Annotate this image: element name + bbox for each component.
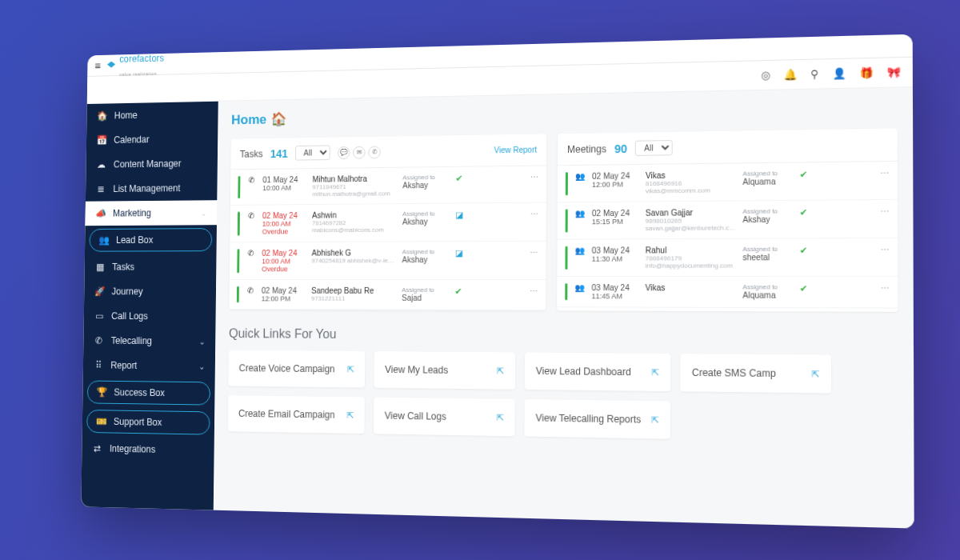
- status-bar: [238, 176, 240, 198]
- more-icon[interactable]: ⋯: [880, 168, 889, 178]
- more-icon[interactable]: ⋯: [881, 283, 890, 292]
- item-assigned: Assigned toAkshay: [402, 210, 449, 226]
- sidebar-item-list-management[interactable]: ≣ List Management: [86, 175, 218, 201]
- list-item[interactable]: 👥 02 May 2412:00 PM Vikas8168496916vikas…: [558, 162, 898, 202]
- group-icon: 👥: [574, 172, 586, 181]
- list-item[interactable]: ✆ 02 May 2410:00 AMOverdue Ashwin7814697…: [230, 203, 546, 243]
- external-icon: ⇱: [651, 414, 658, 425]
- group-icon: 👥: [574, 246, 586, 255]
- quick-link-card[interactable]: View Telecalling Reports ⇱: [524, 399, 670, 439]
- sidebar-item-call-logs[interactable]: ▭ Call Logs: [84, 304, 216, 330]
- list-item[interactable]: ✆ 02 May 2410:00 AMOverdue Abhishek G974…: [230, 242, 546, 280]
- sidebar-item-integrations[interactable]: ⇄ Integrations: [82, 436, 214, 463]
- sidebar: 🏠 Home 📅 Calendar ☁ Content Manager ≣ Li…: [81, 102, 218, 510]
- sidebar-item-success-box[interactable]: 🏆 Success Box: [87, 381, 210, 406]
- item-name: Abhishek G9740254819 abhishek@v-learning…: [311, 248, 395, 264]
- tasks-filter-select[interactable]: All: [295, 145, 330, 160]
- chevron-down-icon: ⌄: [198, 362, 205, 370]
- more-icon[interactable]: ⋯: [530, 286, 538, 295]
- more-icon[interactable]: ⋯: [530, 173, 538, 182]
- more-icon[interactable]: ⋯: [530, 210, 538, 218]
- sidebar-item-tasks[interactable]: ▦ Tasks: [85, 254, 217, 279]
- phone-icon: ✆: [246, 176, 257, 185]
- chevron-down-icon: ⌄: [201, 208, 207, 217]
- target-icon[interactable]: ◎: [761, 69, 770, 82]
- link-icon[interactable]: ⚲: [810, 68, 819, 81]
- quick-link-label: View Call Logs: [385, 410, 446, 422]
- phone-square-icon: ▭: [94, 310, 104, 321]
- app-window: ≡ corefactors value realization ◎ 🔔 ⚲ 👤 …: [81, 34, 914, 529]
- bell-icon[interactable]: 🔔: [784, 68, 798, 81]
- meetings-panel: Meetings 90 All 👥 02 May 2412:00 PM Vika…: [557, 128, 898, 311]
- sidebar-item-label: Home: [114, 110, 138, 121]
- tasks-channel-icons: 💬 ✉ ✆: [338, 146, 381, 158]
- quick-link-card[interactable]: Create Email Campaign ⇱: [228, 395, 365, 434]
- item-assigned: Assigned tosheetal: [742, 246, 793, 262]
- home-icon: 🏠: [271, 111, 287, 128]
- phone-icon: ✆: [246, 211, 256, 220]
- phone-icon[interactable]: ✆: [368, 146, 380, 158]
- sidebar-item-marketing[interactable]: 📣 Marketing ⌄: [86, 200, 218, 226]
- sidebar-item-report[interactable]: ⠿ Report ⌄: [83, 353, 215, 379]
- view-report-link[interactable]: View Report: [494, 146, 537, 155]
- sidebar-item-lead-box[interactable]: 👥 Lead Box: [89, 228, 212, 252]
- sidebar-item-label: Calendar: [114, 134, 149, 146]
- item-name: Ashwin7814697282mabicons@mabicons.com: [312, 210, 396, 234]
- calendar-icon: 📅: [97, 135, 107, 146]
- quick-link-label: View Lead Dashboard: [536, 366, 631, 378]
- list-item[interactable]: 👥 02 May 2415:15 PM Savan Gajjar98980102…: [558, 200, 898, 240]
- mail-icon[interactable]: ✉: [353, 146, 365, 158]
- list-item[interactable]: ✆ 01 May 2410:00 AM Mihtun Malhotra97118…: [230, 166, 546, 205]
- chat-icon[interactable]: 💬: [338, 146, 350, 159]
- menu-icon[interactable]: ≡: [94, 59, 101, 71]
- ticket-icon: 🎫: [96, 416, 106, 427]
- panels-row: Tasks 141 All 💬 ✉ ✆ View Report ✆ 01 May: [229, 128, 898, 311]
- present-icon[interactable]: 🎀: [887, 66, 901, 78]
- sidebar-item-label: Marketing: [113, 208, 151, 219]
- status-bar: [565, 283, 567, 300]
- item-name: Rahul7868496179info@happydocumenting.com: [646, 246, 736, 270]
- logo-mark-icon: [106, 60, 117, 71]
- list-icon: ≣: [96, 184, 106, 194]
- quick-link-card[interactable]: View Call Logs ⇱: [374, 398, 515, 437]
- megaphone-icon: 📣: [95, 208, 106, 218]
- sidebar-item-label: Integrations: [110, 443, 156, 455]
- more-icon[interactable]: ⋯: [530, 248, 538, 257]
- grid4-icon: ⠿: [94, 360, 104, 371]
- more-icon[interactable]: ⋯: [881, 206, 890, 216]
- svg-marker-0: [107, 61, 115, 67]
- external-icon: ⇱: [497, 412, 504, 422]
- item-name: Vikas: [646, 283, 736, 292]
- meetings-filter-select[interactable]: All: [635, 140, 673, 156]
- quick-link-card[interactable]: View Lead Dashboard ⇱: [525, 353, 670, 392]
- quick-link-card[interactable]: Create Voice Campaign ⇱: [228, 350, 365, 388]
- shuffle-icon: ⇄: [92, 443, 102, 454]
- status-icon: ✔: [800, 169, 814, 180]
- list-item[interactable]: 👥 03 May 2411:30 AM Rahul7868496179info@…: [557, 238, 898, 277]
- status-bar: [237, 286, 239, 302]
- chevron-down-icon: ⌄: [199, 337, 206, 346]
- sidebar-item-calendar[interactable]: 📅 Calendar: [86, 126, 218, 153]
- quick-link-label: Create Email Campaign: [238, 408, 335, 421]
- more-icon[interactable]: ⋯: [881, 245, 890, 254]
- item-assigned: Assigned toAkshay: [402, 174, 449, 190]
- sidebar-item-content-manager[interactable]: ☁ Content Manager: [86, 150, 218, 177]
- list-item[interactable]: 👥 03 May 2411:45 AM Vikas Assigned toAlq…: [557, 277, 898, 309]
- sidebar-item-home[interactable]: 🏠 Home: [86, 102, 218, 129]
- quick-link-card[interactable]: View My Leads ⇱: [374, 351, 515, 390]
- quick-link-label: View My Leads: [385, 364, 448, 376]
- meetings-panel-head: Meetings 90 All: [558, 128, 898, 166]
- sidebar-item-support-box[interactable]: 🎫 Support Box: [86, 410, 210, 435]
- user-icon[interactable]: 👤: [833, 67, 846, 80]
- trophy-icon: 🏆: [97, 386, 107, 398]
- gift-icon[interactable]: 🎁: [860, 66, 874, 79]
- meetings-title: Meetings: [567, 143, 606, 155]
- item-assigned: Assigned toAkshay: [402, 248, 449, 264]
- sidebar-item-label: Report: [110, 360, 137, 371]
- list-item[interactable]: ✆ 02 May 2412:00 PM Sandeep Babu Re97312…: [229, 280, 546, 310]
- cloud-icon: ☁: [96, 159, 106, 170]
- sidebar-item-journey[interactable]: 🚀 Journey: [84, 279, 216, 304]
- sidebar-item-telecalling[interactable]: ✆ Telecalling ⌄: [83, 328, 215, 354]
- item-date: 01 May 2410:00 AM: [262, 175, 306, 192]
- quick-link-card[interactable]: Create SMS Camp ⇱: [680, 354, 831, 393]
